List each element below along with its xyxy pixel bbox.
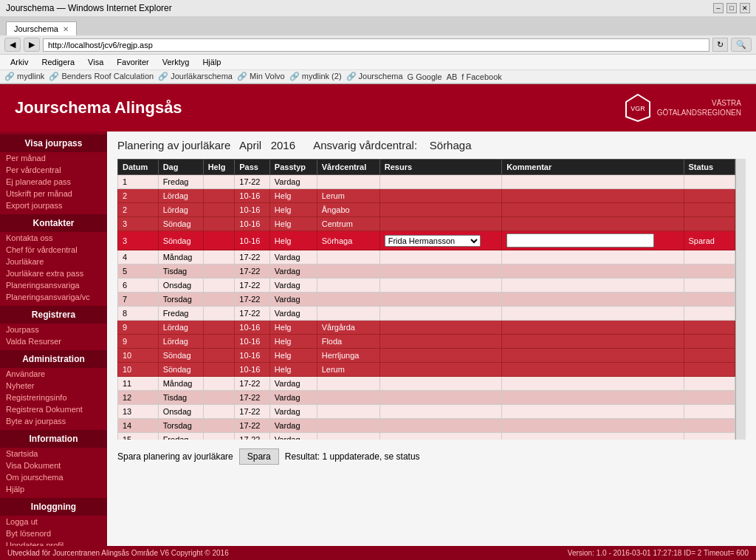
cell-resurs[interactable] (379, 293, 501, 307)
cell-resurs[interactable] (379, 405, 501, 419)
cell-resurs[interactable] (379, 203, 501, 217)
cell-kommentar[interactable] (502, 217, 684, 231)
forward-button[interactable]: ▶ (24, 38, 40, 52)
sidebar-item-jourpass[interactable]: Jourpass (0, 324, 107, 335)
cell-kommentar[interactable] (502, 264, 684, 279)
cell-kommentar[interactable] (502, 279, 684, 293)
cell-kommentar[interactable] (502, 433, 684, 440)
tab-close-button[interactable]: ✕ (63, 25, 69, 33)
resource-select[interactable]: Frida Hermansson (385, 235, 481, 247)
sidebar-item-visa-dokument[interactable]: Visa Dokument (0, 460, 107, 471)
menu-arkiv[interactable]: Arkiv (4, 56, 34, 68)
cell-resurs[interactable] (379, 335, 501, 349)
sidebar-item-planeringsansvariga-vc[interactable]: Planeringsansvariga/vc (0, 291, 107, 303)
tab-jourschema[interactable]: Jourschema ✕ (6, 21, 77, 35)
sidebar-item-nyheter[interactable]: Nyheter (0, 380, 107, 392)
sidebar-item-hjalp[interactable]: Hjälp (0, 483, 107, 495)
sidebar-item-kontakta[interactable]: Kontakta oss (0, 232, 107, 244)
maximize-button[interactable]: □ (726, 3, 737, 13)
cell-kommentar[interactable] (502, 349, 684, 363)
close-button[interactable]: ✕ (740, 3, 750, 13)
menu-visa[interactable]: Visa (82, 56, 109, 68)
cell-kommentar[interactable] (502, 377, 684, 391)
window-controls[interactable]: – □ ✕ (713, 3, 750, 13)
sidebar-item-utskrift[interactable]: Utskrift per månad (0, 188, 107, 199)
cell-resurs[interactable] (379, 279, 501, 293)
address-bar[interactable] (43, 38, 709, 52)
sidebar-item-logga-ut[interactable]: Logga ut (0, 516, 107, 527)
cell-kommentar[interactable] (502, 363, 684, 377)
cell-4: Vardag (269, 279, 317, 293)
scrollbar[interactable] (735, 159, 746, 440)
search-button[interactable]: 🔍 (731, 38, 752, 52)
table-row: 5Tisdag17-22Vardag (118, 264, 735, 279)
sidebar-item-registreringsinfo[interactable]: Registreringsinfo (0, 392, 107, 403)
cell-kommentar[interactable] (502, 405, 684, 419)
back-button[interactable]: ◀ (4, 38, 21, 52)
cell-kommentar[interactable] (502, 321, 684, 335)
bookmarks-bar: 🔗 mydlink 🔗 Benders Roof Calculation 🔗 J… (0, 70, 756, 83)
cell-0: 6 (118, 279, 159, 293)
cell-resurs[interactable] (379, 433, 501, 440)
menu-verktyg[interactable]: Verktyg (157, 56, 196, 68)
menu-hjälp[interactable]: Hjälp (196, 56, 227, 68)
cell-resurs[interactable] (379, 217, 501, 231)
sidebar-item-valda-resurser[interactable]: Valda Resurser (0, 335, 107, 347)
cell-1: Söndag (158, 363, 203, 377)
bookmark-minvolvo[interactable]: 🔗 Min Volvo (237, 72, 285, 81)
save-button[interactable]: Spara (239, 448, 279, 465)
bookmark-jourlakare[interactable]: 🔗 Jourläkarschema (158, 72, 233, 81)
cell-kommentar[interactable] (502, 307, 684, 321)
minimize-button[interactable]: – (713, 3, 724, 13)
cell-resurs[interactable] (379, 189, 501, 203)
sidebar-item-startsida[interactable]: Startsida (0, 448, 107, 460)
sidebar-item-export[interactable]: Export jourpass (0, 199, 107, 211)
cell-resurs[interactable] (379, 264, 501, 279)
cell-resurs[interactable] (379, 250, 501, 264)
cell-kommentar[interactable] (502, 250, 684, 264)
cell-kommentar[interactable] (502, 391, 684, 405)
sidebar-item-ej-planerade[interactable]: Ej planerade pass (0, 176, 107, 188)
menu-redigera[interactable]: Redigera (35, 56, 80, 68)
bookmark-benders[interactable]: 🔗 Benders Roof Calculation (49, 72, 154, 81)
cell-resurs[interactable] (379, 419, 501, 433)
bookmark-jourschema[interactable]: 🔗 Jourschema (346, 72, 403, 81)
col-kommentar: Kommentar (502, 160, 684, 175)
cell-kommentar[interactable] (502, 419, 684, 433)
sidebar-item-per-manad[interactable]: Per månad (0, 152, 107, 164)
cell-kommentar[interactable] (502, 231, 684, 250)
cell-resurs[interactable] (379, 377, 501, 391)
bookmark-ab[interactable]: AB (447, 72, 458, 81)
cell-resurs[interactable] (379, 307, 501, 321)
cell-resurs[interactable] (379, 175, 501, 189)
refresh-button[interactable]: ↻ (712, 38, 728, 52)
bookmark-mydlink[interactable]: 🔗 mydlink (4, 72, 44, 81)
sidebar-item-planeringsansvariga[interactable]: Planeringsansvariga (0, 279, 107, 291)
sidebar-item-byte-av-jourpass[interactable]: Byte av jourpass (0, 415, 107, 427)
cell-kommentar[interactable] (502, 335, 684, 349)
bookmark-google[interactable]: G Google (408, 72, 442, 81)
sidebar-item-byt-losenord[interactable]: Byt lösenord (0, 527, 107, 539)
sidebar-item-registrera-dokument[interactable]: Registrera Dokument (0, 403, 107, 415)
bookmark-facebook[interactable]: f Facebook (461, 72, 501, 81)
cell-kommentar[interactable] (502, 203, 684, 217)
bookmark-mydlink2[interactable]: 🔗 mydlink (2) (289, 72, 342, 81)
cell-kommentar[interactable] (502, 189, 684, 203)
cell-2 (203, 231, 235, 250)
cell-resurs[interactable]: Frida Hermansson (379, 231, 501, 250)
sidebar-item-per-vardcentral[interactable]: Per vårdcentral (0, 164, 107, 176)
sidebar-item-jourlakare[interactable]: Jourläkare (0, 256, 107, 267)
cell-kommentar[interactable] (502, 293, 684, 307)
comment-input[interactable] (506, 233, 654, 247)
sidebar-item-chef[interactable]: Chef för vårdcentral (0, 244, 107, 256)
cell-kommentar[interactable] (502, 175, 684, 189)
table-scroll[interactable]: Datum Dag Helg Pass Passtyp Vårdcentral … (117, 159, 735, 440)
sidebar-item-anvandare[interactable]: Användare (0, 368, 107, 380)
sidebar-item-om-jourschema[interactable]: Om jourschema (0, 471, 107, 483)
cell-resurs[interactable] (379, 363, 501, 377)
cell-resurs[interactable] (379, 349, 501, 363)
cell-resurs[interactable] (379, 321, 501, 335)
sidebar-item-jourlakare-extra[interactable]: Jourläkare extra pass (0, 267, 107, 279)
cell-resurs[interactable] (379, 391, 501, 405)
menu-favoriter[interactable]: Favoriter (111, 56, 154, 68)
